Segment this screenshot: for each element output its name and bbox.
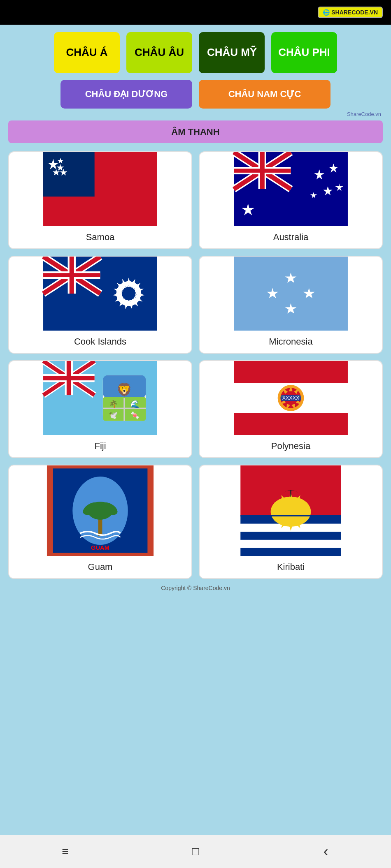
svg-text:🍬: 🍬	[130, 411, 140, 420]
flag-label-micronesia: Micronesia	[200, 331, 382, 353]
svg-rect-101	[240, 540, 341, 548]
copyright: Copyright © ShareCode.vn	[8, 579, 383, 595]
bottom-nav: ≡ □ ‹	[0, 835, 391, 868]
flag-card-fiji[interactable]: 🦁 🌴 🌊 🕊️ 🍬 Fiji	[8, 360, 192, 458]
bottom-nav-back[interactable]: ‹	[261, 835, 391, 868]
polynesia-name: Polynesia	[271, 441, 310, 451]
nav-chau-dai-duong-label: CHÂU ĐẠI DƯƠNG	[85, 89, 168, 100]
nav-row-2: CHÂU ĐẠI DƯƠNG CHÂU NAM CỰC	[8, 80, 383, 109]
watermark: ShareCode.vn	[8, 111, 383, 117]
flag-label-samoa: Samoa	[9, 226, 191, 248]
nav-chau-my-label: CHÂU MỸ	[207, 46, 256, 59]
back-icon: ‹	[324, 843, 328, 860]
flag-label-cook: Cook Islands	[9, 331, 191, 353]
flag-row-4: GUAM Guam	[8, 465, 383, 579]
svg-text:🦁: 🦁	[116, 382, 133, 397]
svg-rect-16	[234, 169, 291, 173]
flag-card-guam[interactable]: GUAM Guam	[8, 465, 192, 579]
samoa-name: Samoa	[86, 232, 115, 242]
flag-card-cook[interactable]: Cook Islands	[8, 256, 192, 354]
flag-label-australia: Australia	[200, 226, 382, 248]
sharecode-logo: 🌐 SHARECODE.VN	[318, 7, 383, 18]
flag-card-micronesia[interactable]: Micronesia	[199, 256, 383, 354]
svg-text:🌊: 🌊	[130, 400, 140, 409]
flag-row-1: Samoa	[8, 151, 383, 249]
flag-img-samoa	[9, 152, 191, 226]
copyright-text: Copyright © ShareCode.vn	[161, 585, 230, 591]
flag-img-cook	[9, 257, 191, 331]
svg-text:🕊️: 🕊️	[109, 411, 118, 420]
cook-name: Cook Islands	[74, 336, 126, 347]
svg-rect-32	[43, 273, 100, 277]
svg-rect-48	[234, 257, 348, 331]
nav-chau-dai-duong[interactable]: CHÂU ĐẠI DƯƠNG	[61, 80, 192, 109]
svg-text:XXXXX: XXXXX	[282, 395, 300, 401]
svg-rect-72	[234, 361, 348, 383]
svg-rect-61	[43, 376, 95, 380]
fiji-name: Fiji	[94, 441, 106, 451]
svg-text:🌴: 🌴	[109, 400, 118, 409]
flag-img-fiji: 🦁 🌴 🌊 🕊️ 🍬	[9, 361, 191, 435]
nav-chau-a-label: CHÂU Á	[66, 46, 107, 59]
menu-icon: ≡	[62, 845, 68, 858]
flag-card-polynesia[interactable]: XXXXX Polynesia	[199, 360, 383, 458]
watermark-text: ShareCode.vn	[347, 111, 381, 117]
sound-bar[interactable]: ÂM THANH	[8, 120, 383, 143]
flag-grid: Samoa	[8, 151, 383, 579]
svg-text:GUAM: GUAM	[91, 544, 109, 551]
kiribati-name: Kiribati	[277, 562, 305, 572]
nav-chau-nam-cuc-label: CHÂU NAM CỰC	[228, 89, 301, 100]
flag-img-kiribati	[200, 465, 382, 556]
flag-card-kiribati[interactable]: Kiribati	[199, 465, 383, 579]
flag-img-polynesia: XXXXX	[200, 361, 382, 435]
guam-name: Guam	[88, 562, 113, 572]
flag-label-fiji: Fiji	[9, 435, 191, 457]
nav-chau-au[interactable]: CHÂU ÂU	[126, 32, 192, 73]
flag-img-australia	[200, 152, 382, 226]
logo-text: SHARECODE.VN	[331, 9, 378, 16]
main-content: CHÂU Á CHÂU ÂU CHÂU MỸ CHÂU PHI CHÂU ĐẠI…	[0, 25, 391, 835]
australia-name: Australia	[273, 232, 309, 242]
nav-row-1: CHÂU Á CHÂU ÂU CHÂU MỸ CHÂU PHI	[8, 32, 383, 73]
flag-img-micronesia	[200, 257, 382, 331]
svg-rect-1	[43, 152, 95, 197]
flag-img-guam: GUAM	[9, 465, 191, 556]
flag-card-samoa[interactable]: Samoa	[8, 151, 192, 249]
flag-row-2: Cook Islands Micronesia	[8, 256, 383, 354]
top-bar: 🌐 SHARECODE.VN	[0, 0, 391, 25]
flag-label-guam: Guam	[9, 556, 191, 578]
bottom-nav-menu[interactable]: ≡	[0, 835, 130, 868]
micronesia-name: Micronesia	[269, 336, 312, 347]
sound-bar-label: ÂM THANH	[171, 127, 219, 137]
svg-rect-102	[240, 548, 341, 556]
svg-rect-100	[240, 532, 341, 540]
nav-chau-phi[interactable]: CHÂU PHI	[271, 32, 337, 73]
nav-chau-nam-cuc[interactable]: CHÂU NAM CỰC	[199, 80, 330, 109]
svg-rect-74	[234, 413, 348, 435]
flag-row-3: 🦁 🌴 🌊 🕊️ 🍬 Fiji	[8, 360, 383, 458]
flag-label-polynesia: Polynesia	[200, 435, 382, 457]
flag-card-australia[interactable]: Australia	[199, 151, 383, 249]
nav-chau-my[interactable]: CHÂU MỸ	[199, 32, 265, 73]
flag-label-kiribati: Kiribati	[200, 556, 382, 578]
home-icon: □	[192, 845, 199, 858]
nav-chau-au-label: CHÂU ÂU	[135, 46, 184, 59]
bottom-nav-home[interactable]: □	[130, 835, 261, 868]
nav-chau-a[interactable]: CHÂU Á	[54, 32, 120, 73]
nav-chau-phi-label: CHÂU PHI	[278, 46, 330, 59]
